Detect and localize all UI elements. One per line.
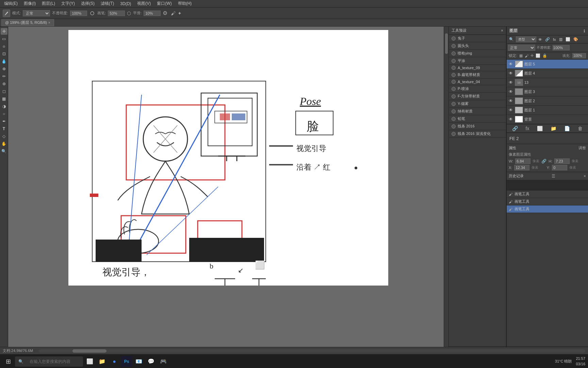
menu-item-image[interactable]: 图像(I) (21, 0, 38, 7)
layers-info-icon[interactable]: ℹ (584, 29, 585, 33)
history-menu-icon[interactable]: ☰ (552, 174, 555, 179)
photoshop-icon[interactable]: Ps (121, 356, 132, 367)
opacity-input[interactable] (70, 11, 87, 16)
blur-tool[interactable]: ◑ (1, 103, 7, 110)
brush-size-icon[interactable]: ⬡ (127, 11, 131, 16)
brush-tool-icon[interactable] (3, 10, 10, 17)
layer-search-btn[interactable]: 🔍 (508, 37, 515, 42)
layer-visibility-btn[interactable]: 👁 (537, 37, 543, 42)
layer-item-13[interactable]: 👁 13 13 (507, 78, 588, 87)
pen-tool[interactable]: ✒ (1, 118, 7, 125)
delete-layer-btn[interactable]: 🗑 (578, 126, 583, 131)
gradient-tool[interactable]: ▦ (1, 95, 7, 102)
preset-item-1[interactable]: 兔子 (449, 35, 506, 42)
select-tool[interactable]: ▭ (1, 35, 7, 42)
tool-presets-close[interactable]: × (501, 28, 503, 33)
taskview-btn[interactable]: ⬜ (84, 356, 95, 367)
lock-transparent-icon[interactable]: ▦ (519, 53, 523, 58)
layer-5-vis[interactable]: 👁 (508, 62, 513, 66)
menu-item-select[interactable]: 选择(S) (78, 0, 97, 7)
text-tool[interactable]: T (1, 125, 7, 132)
eyedrop-tool[interactable]: 💧 (1, 58, 7, 65)
preset-item-14[interactable]: 线条 2016 深浅变化 (449, 130, 506, 138)
search-bar-container[interactable]: 🔍 (15, 356, 83, 367)
menu-item-3d[interactable]: 3D(D) (117, 1, 134, 7)
h-input[interactable] (554, 158, 570, 164)
lock-paint-icon[interactable]: 🖌 (525, 54, 528, 58)
vertical-scroll-thumb[interactable] (445, 33, 448, 54)
link-layers-btn[interactable]: 🔗 (512, 126, 518, 131)
dodge-tool[interactable]: ○ (1, 110, 7, 117)
layer-item-bg[interactable]: 👁 背景 (507, 115, 588, 124)
hand-tool[interactable]: ✋ (1, 140, 7, 147)
layer-item-4[interactable]: 👁 图层 4 (507, 69, 588, 78)
layer-item-5[interactable]: 👁 图层 5 (507, 60, 588, 69)
toggle-icon1[interactable]: 🖌 (171, 11, 176, 16)
preset-item-9[interactable]: F-方块带材质 (449, 93, 506, 100)
app-icon-2[interactable]: 💬 (146, 356, 157, 367)
lasso-tool[interactable]: ⌾ (1, 43, 7, 50)
mode-select[interactable]: 正常 (23, 10, 50, 16)
vertical-scrollbar[interactable] (444, 27, 448, 350)
size-input[interactable] (108, 11, 125, 16)
layer-mask-btn[interactable]: ⬜ (565, 37, 571, 42)
layer-4-vis[interactable]: 👁 (508, 71, 513, 76)
preset-item-10[interactable]: Y-烟雾 (449, 100, 506, 108)
heal-tool[interactable]: ⊕ (1, 65, 7, 72)
move-tool[interactable]: ✛ (1, 28, 7, 35)
preset-item-6[interactable]: B-扁笔带材质 (449, 71, 506, 79)
canvas-area[interactable]: Pose 脸 视觉引导 沿着 ↗ 红 视觉引导， b (8, 27, 448, 354)
fill-input[interactable] (572, 53, 586, 58)
status-scroll-h[interactable] (38, 349, 585, 353)
layer-item-1[interactable]: 👁 图层 1 (507, 106, 588, 115)
history-item-2[interactable]: 🖌 画笔工具 (507, 198, 588, 205)
explorer-icon[interactable]: 📁 (97, 356, 108, 367)
menu-item-filter[interactable]: 滤镜(T) (98, 0, 117, 7)
add-effect-btn[interactable]: fx (526, 126, 529, 131)
layer-2-vis[interactable]: 👁 (508, 98, 513, 103)
link-icon[interactable]: 🔗 (541, 159, 546, 164)
settings-icon[interactable]: ⚙ (163, 10, 167, 16)
lock-move-icon[interactable]: ✛ (530, 53, 534, 58)
layer-item-3[interactable]: 👁 图层 3 (507, 87, 588, 96)
preset-item-4[interactable]: 平涂 (449, 57, 506, 65)
layer-link-btn[interactable]: 🔗 (544, 37, 551, 42)
preset-item-2[interactable]: 圆头头 (449, 42, 506, 50)
taskbar-search-input[interactable] (26, 358, 77, 365)
layer-bg-vis[interactable]: 👁 (508, 117, 513, 122)
w-input[interactable] (515, 158, 530, 164)
x-input[interactable] (514, 165, 529, 170)
menu-item-text[interactable]: 文字(Y) (59, 0, 78, 7)
document-tab[interactable]: @ 199% (图层 5, RGB/8) × (1, 19, 54, 26)
layers-opacity-input[interactable] (553, 45, 570, 50)
layer-item-2[interactable]: 👁 图层 2 (507, 96, 588, 106)
preset-item-8[interactable]: P-喷涂 (449, 85, 506, 93)
preset-item-13[interactable]: 线条 2016 (449, 123, 506, 130)
toggle-icon2[interactable]: ✦ (178, 11, 182, 16)
layer-3-vis[interactable]: 👁 (508, 89, 513, 94)
menu-item-view[interactable]: 视图(V) (134, 0, 153, 7)
smooth-input[interactable] (144, 11, 161, 16)
drawing-canvas[interactable]: Pose 脸 视觉引导 沿着 ↗ 红 视觉引导， b (68, 30, 388, 286)
lock-artboard-icon[interactable]: ⬜ (536, 53, 540, 58)
layer-type-select[interactable]: 类型 (516, 36, 536, 42)
pressure-icon[interactable] (89, 10, 95, 16)
lock-all-icon[interactable]: 🔒 (542, 53, 547, 58)
preset-item-12[interactable]: 铅笔 (449, 115, 506, 123)
menu-item-window[interactable]: 窗口(W) (154, 0, 174, 7)
windows-start-btn[interactable]: ⊞ (3, 356, 14, 367)
clone-tool[interactable]: ⊛ (1, 80, 7, 87)
preset-item-5[interactable]: A_texture_09 (449, 65, 506, 71)
layer-mode-btn[interactable]: ▥ (558, 37, 564, 42)
brush-tool[interactable]: ✏ (1, 73, 7, 80)
new-group-btn[interactable]: 📁 (551, 126, 556, 131)
eraser-tool[interactable]: ◻ (1, 88, 7, 95)
preset-item-3[interactable]: 喷枪ying (449, 50, 506, 57)
history-close-icon[interactable]: × (584, 174, 586, 179)
zoom-tool[interactable]: 🔍 (1, 148, 7, 155)
preset-item-11[interactable]: 纳有材质 (449, 108, 506, 115)
layer-1-vis[interactable]: 👁 (508, 108, 513, 112)
tab-close-button[interactable]: × (48, 21, 50, 25)
history-item-3[interactable]: 🖌 画笔工具 (507, 205, 588, 213)
layer-color-btn[interactable]: 🎨 (572, 37, 579, 42)
